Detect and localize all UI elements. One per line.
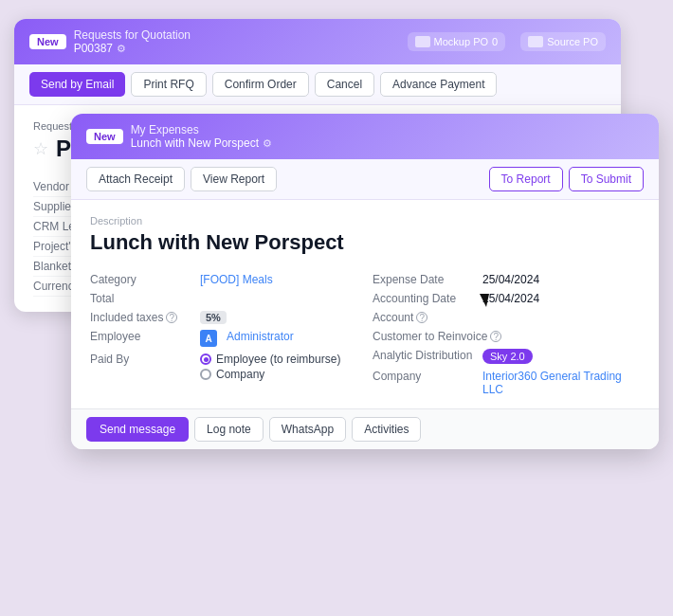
activities-button[interactable]: Activities bbox=[352, 417, 421, 442]
account-label: Account ? bbox=[373, 311, 477, 324]
rfq-breadcrumb-sub: P00387 ⚙ bbox=[74, 42, 191, 55]
rfq-toolbar: Send by Email Print RFQ Confirm Order Ca… bbox=[14, 64, 621, 105]
expense-date-row: Expense Date 25/04/2024 bbox=[373, 270, 640, 289]
taxes-help-icon: ? bbox=[166, 312, 177, 323]
expense-date-label: Expense Date bbox=[373, 273, 477, 286]
reinvoice-help-icon: ? bbox=[490, 331, 501, 342]
cancel-button[interactable]: Cancel bbox=[315, 72, 374, 97]
expense-left-fields: Category [FOOD] Meals Total Included tax… bbox=[90, 270, 357, 399]
accounting-date-row: Accounting Date 25/04/2024 bbox=[373, 289, 640, 308]
send-message-button[interactable]: Send message bbox=[86, 417, 189, 442]
analytic-distribution-label: Analytic Distribution bbox=[373, 349, 477, 362]
log-note-button[interactable]: Log note bbox=[194, 417, 264, 442]
to-submit-button[interactable]: To Submit bbox=[569, 167, 644, 191]
expense-gear-icon[interactable]: ⚙ bbox=[263, 137, 272, 150]
expense-bottom-toolbar: Send message Log note WhatsApp Activitie… bbox=[71, 408, 659, 449]
paid-by-company-option[interactable]: Company bbox=[200, 368, 340, 381]
expense-new-badge: New bbox=[86, 129, 123, 144]
customer-reinvoice-label: Customer to Reinvoice ? bbox=[373, 330, 501, 343]
company-row: Company Interior360 General Trading LLC bbox=[373, 367, 640, 399]
employee-avatar-badge: A bbox=[200, 330, 217, 347]
to-report-button[interactable]: To Report bbox=[489, 167, 563, 191]
whatsapp-button[interactable]: WhatsApp bbox=[269, 417, 346, 442]
expense-toolbar-left: Attach Receipt View Report bbox=[86, 167, 277, 191]
employee-row: Employee A Administrator bbox=[90, 327, 357, 350]
accounting-date-label: Accounting Date bbox=[373, 292, 477, 305]
mockup-po-value: 0 bbox=[492, 36, 498, 47]
credit-card-icon bbox=[415, 36, 430, 47]
mockup-po-group: Mockup PO 0 bbox=[408, 32, 506, 51]
send-by-email-button[interactable]: Send by Email bbox=[29, 72, 125, 97]
account-row: Account ? bbox=[373, 308, 640, 327]
category-label: Category bbox=[90, 273, 194, 286]
source-icon bbox=[528, 36, 543, 47]
employee-value[interactable]: Administrator bbox=[227, 330, 294, 343]
print-rfq-button[interactable]: Print RFQ bbox=[131, 72, 206, 97]
paid-by-employee-option[interactable]: Employee (to reimburse) bbox=[200, 353, 340, 366]
expense-breadcrumb-area: New My Expenses Lunch with New Porspect … bbox=[86, 123, 272, 150]
expense-card: New My Expenses Lunch with New Porspect … bbox=[71, 114, 659, 449]
employee-radio-dot bbox=[200, 353, 211, 365]
customer-reinvoice-row: Customer to Reinvoice ? bbox=[373, 327, 640, 346]
total-label: Total bbox=[90, 292, 194, 305]
expense-date-value: 25/04/2024 bbox=[482, 273, 539, 286]
analytic-distribution-row: Analytic Distribution Sky 2.0 bbox=[373, 346, 640, 367]
expense-form-area: Description Lunch with New Porspect Cate… bbox=[71, 200, 659, 408]
paid-by-options: Employee (to reimburse) Company bbox=[200, 353, 340, 381]
confirm-order-button[interactable]: Confirm Order bbox=[212, 72, 309, 97]
cursor-arrow bbox=[480, 294, 489, 307]
rfq-new-badge: New bbox=[29, 34, 66, 49]
rfq-header-right: Mockup PO 0 Source PO bbox=[408, 32, 606, 51]
company-radio-dot bbox=[200, 369, 211, 380]
taxes-value: 5% bbox=[200, 311, 227, 324]
employee-label: Employee bbox=[90, 330, 194, 343]
rfq-breadcrumb-text: Requests for Quotation bbox=[74, 28, 191, 42]
expense-breadcrumb-sub: Lunch with New Porspect ⚙ bbox=[131, 136, 272, 150]
expense-header: New My Expenses Lunch with New Porspect … bbox=[71, 114, 659, 159]
star-icon[interactable]: ☆ bbox=[33, 138, 48, 159]
expense-breadcrumb-text: My Expenses bbox=[131, 123, 272, 136]
included-taxes-label: Included taxes ? bbox=[90, 311, 194, 324]
category-row: Category [FOOD] Meals bbox=[90, 270, 357, 289]
analytic-distribution-value[interactable]: Sky 2.0 bbox=[482, 349, 533, 364]
mockup-po-label: Mockup PO bbox=[434, 36, 488, 47]
expense-right-fields: Expense Date 25/04/2024 Accounting Date … bbox=[373, 270, 640, 399]
advance-payment-button[interactable]: Advance Payment bbox=[380, 72, 497, 97]
category-value[interactable]: [FOOD] Meals bbox=[200, 273, 273, 286]
attach-receipt-button[interactable]: Attach Receipt bbox=[86, 167, 185, 191]
expense-title: Lunch with New Porspect bbox=[90, 230, 640, 255]
cursor bbox=[480, 294, 493, 313]
paid-by-row: Paid By Employee (to reimburse) Company bbox=[90, 350, 357, 384]
source-po-label: Source PO bbox=[547, 36, 598, 47]
company-value[interactable]: Interior360 General Trading LLC bbox=[482, 370, 640, 396]
rfq-header: New Requests for Quotation P00387 ⚙ Mock… bbox=[14, 19, 621, 64]
expense-toolbar: Attach Receipt View Report To Report To … bbox=[71, 159, 659, 200]
included-taxes-row: Included taxes ? 5% bbox=[90, 308, 357, 327]
total-row: Total bbox=[90, 289, 357, 308]
employee-avatar: A bbox=[200, 330, 221, 347]
rfq-gear-icon[interactable]: ⚙ bbox=[117, 43, 126, 55]
description-label: Description bbox=[90, 215, 640, 226]
company-label: Company bbox=[373, 370, 477, 383]
company-radio-label: Company bbox=[216, 368, 264, 381]
expense-toolbar-right: To Report To Submit bbox=[489, 167, 644, 191]
view-report-button[interactable]: View Report bbox=[191, 167, 277, 191]
source-po-group: Source PO bbox=[520, 32, 606, 51]
rfq-breadcrumb-area: New Requests for Quotation P00387 ⚙ bbox=[29, 28, 191, 55]
expense-fields-grid: Category [FOOD] Meals Total Included tax… bbox=[90, 270, 640, 399]
employee-radio-label: Employee (to reimburse) bbox=[216, 353, 340, 366]
paid-by-label: Paid By bbox=[90, 353, 194, 366]
account-help-icon: ? bbox=[416, 312, 427, 323]
